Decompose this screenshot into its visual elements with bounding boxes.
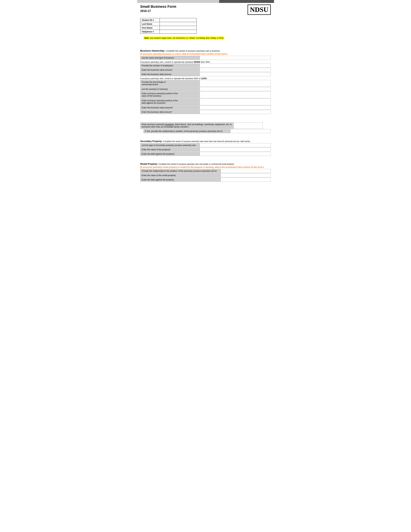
secondary-debt-row: Enter the debt against the property* [140,152,271,156]
rental-debt-row: Enter the debt against the property [140,178,271,182]
secondary-type-label: List the type of secondary property you/… [140,143,200,147]
portion-debt-row: Enter your/your parent(s) portion of the… [140,98,271,105]
business-debt-row: Enter the business debt amount [140,72,271,76]
bo-orange-note: (If your/your parent(s) business is a fa… [140,53,271,55]
if-yes-input[interactable] [231,129,271,133]
bd-amount-star-label: Enter the business debt amount* [140,110,200,114]
num-employees-input[interactable] [200,64,271,67]
first-name-field[interactable] [160,26,197,30]
bv-amount-star-input[interactable] [200,105,271,110]
header-content: Small Business Form 2016-17 NDSU [137,3,274,17]
header-bar-right [219,0,274,3]
student-id-field[interactable] [160,18,197,22]
form-title: Small Business Form [140,5,176,9]
rental-debt-label: Enter the debt against the property [140,178,221,182]
list-name-row: List the name and type of business [140,56,271,60]
pct-ownership-input[interactable] [200,80,271,87]
bo-heading-text: Business Ownership: [140,49,165,52]
rp-heading-text: Rental Property: [140,163,158,165]
pct-ownership-row: Provide the percentage ofownership/contr… [140,80,271,87]
rental-property-section: Rental Property: Complete this section i… [140,163,271,182]
rent-out-label: Does your/your parent(s) business, liste… [140,122,234,129]
secondary-debt-label: Enter the debt against the property* [140,152,200,156]
list-owners-input[interactable] [200,87,271,91]
business-value-label: Enter the business value amount [140,68,200,72]
student-id-label: Student ID # [140,18,160,22]
list-name-input[interactable] [200,56,271,60]
business-ownership-heading: Business Ownership: Complete this sectio… [140,49,271,52]
rental-value-input[interactable] [221,173,271,177]
secondary-value-row: Enter the value of the property* [140,148,271,152]
table-row: Telephone # [140,30,197,34]
table-row: Student ID # [140,18,197,22]
telephone-field[interactable] [160,30,197,34]
secondary-type-input[interactable] [200,143,271,147]
last-name-label: Last Name [140,22,160,26]
note-label: Note [144,37,149,39]
business-value-input[interactable] [200,68,271,72]
table-row: First Name [140,26,197,30]
portion-debt-label: Enter your/your parent(s) portion of the… [140,98,200,105]
bo-heading-sub: Complete this section if you/your parent… [166,50,220,52]
rental-value-row: Enter the value of the rental property [140,173,271,177]
less-than-50-text: If you/your parent(s) own, control or op… [140,77,271,80]
list-owners-row: List the name(s) of owner(s) [140,87,271,91]
portion-value-label: Enter your/your parent(s) portion of the… [140,91,200,98]
business-debt-label: Enter the business debt amount [140,72,200,76]
portion-value-row: Enter your/your parent(s) portion of the… [140,91,271,98]
bd-amount-star-input[interactable] [200,110,271,114]
header-bar-left [137,0,219,3]
bv-amount-star-label: Enter the business value amount* [140,105,200,110]
pct-ownership-label: Provide the percentage ofownership/contr… [140,80,200,87]
secondary-type-row: List the type of secondary property you/… [140,143,271,147]
rental-debt-input[interactable] [221,178,271,182]
list-owners-label: List the name(s) of owner(s) [140,87,200,91]
note-bar: Note: Use student's legal name, not nick… [143,37,224,40]
rp-heading-sub: Complete this section if you/your parent… [159,163,234,165]
rental-relationship-input[interactable] [221,169,271,173]
bd-amount-star-row: Enter the business debt amount* [140,110,271,114]
student-info-section: Student ID # Last Name First Name Teleph… [140,18,197,34]
rp-orange-note: (If your/your parent(s) rental property … [140,166,271,168]
secondary-value-input[interactable] [200,148,271,152]
rental-relationship-label: Provide the relationship to the student,… [140,169,221,173]
num-employees-label: Provide the number of employees [140,64,200,67]
secondary-value-label: Enter the value of the property* [140,148,200,152]
rent-out-input[interactable] [234,122,263,129]
title-block: Small Business Form 2016-17 [140,5,176,13]
ndsu-logo: NDSU [248,5,271,15]
sp-heading-text: Secondary Property: [140,140,162,142]
secondary-debt-input[interactable] [200,152,271,156]
rental-property-heading: Rental Property: Complete this section i… [140,163,271,165]
business-debt-input[interactable] [200,72,271,76]
note-text: : Use student's legal name, not nickname… [149,37,223,39]
table-row: Last Name [140,22,197,26]
rental-value-label: Enter the value of the rental property [140,173,221,177]
business-value-row: Enter the business value amount [140,68,271,72]
rental-relationship-row: Provide the relationship to the student,… [140,169,271,173]
business-ownership-section: Business Ownership: Complete this sectio… [140,49,271,114]
student-table: Student ID # Last Name First Name Teleph… [140,18,197,34]
list-name-label: List the name and type of business [140,56,200,60]
first-name-label: First Name [140,26,160,30]
form-year: 2016-17 [140,9,176,13]
if-yes-label: If Yes, provide the relationship to stud… [143,129,231,133]
rent-out-section: Does your/your parent(s) business, liste… [140,122,271,133]
secondary-property-heading: Secondary Property: Complete this sectio… [140,140,271,142]
bv-amount-star-row: Enter the business value amount* [140,105,271,110]
sp-heading-sub: Complete this section if you/your parent… [163,140,250,142]
more-than-50-text: If you/your parent(s) own, control or op… [140,61,271,63]
if-yes-row: If Yes, provide the relationship to stud… [143,129,271,133]
last-name-field[interactable] [160,22,197,26]
telephone-label: Telephone # [140,30,160,34]
portion-value-input[interactable] [200,91,271,98]
portion-debt-input[interactable] [200,98,271,105]
rent-out-row: Does your/your parent(s) business, liste… [140,122,271,129]
header-bar [137,0,274,3]
secondary-property-section: Secondary Property: Complete this sectio… [140,140,271,156]
num-employees-row: Provide the number of employees [140,64,271,67]
